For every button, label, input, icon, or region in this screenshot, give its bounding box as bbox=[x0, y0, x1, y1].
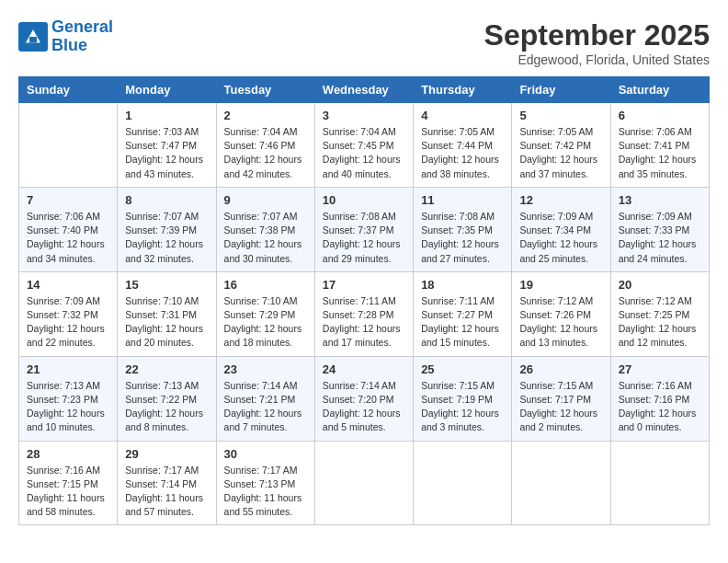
day-number: 14 bbox=[27, 278, 109, 292]
day-info: Sunrise: 7:15 AMSunset: 7:19 PMDaylight:… bbox=[421, 379, 504, 435]
day-cell: 17Sunrise: 7:11 AMSunset: 7:28 PMDayligh… bbox=[314, 271, 413, 356]
logo-text: General Blue bbox=[51, 18, 113, 55]
day-cell: 20Sunrise: 7:12 AMSunset: 7:25 PMDayligh… bbox=[610, 271, 709, 356]
day-cell: 18Sunrise: 7:11 AMSunset: 7:27 PMDayligh… bbox=[414, 271, 512, 356]
day-cell: 13Sunrise: 7:09 AMSunset: 7:33 PMDayligh… bbox=[610, 187, 709, 271]
month-title: September 2025 bbox=[484, 18, 710, 52]
week-row-2: 7Sunrise: 7:06 AMSunset: 7:40 PMDaylight… bbox=[19, 187, 710, 271]
day-number: 3 bbox=[323, 109, 405, 122]
day-cell: 23Sunrise: 7:14 AMSunset: 7:21 PMDayligh… bbox=[216, 356, 314, 441]
week-row-1: 1Sunrise: 7:03 AMSunset: 7:47 PMDaylight… bbox=[19, 103, 710, 188]
day-info: Sunrise: 7:17 AMSunset: 7:13 PMDaylight:… bbox=[224, 464, 307, 520]
day-cell: 4Sunrise: 7:05 AMSunset: 7:44 PMDaylight… bbox=[414, 103, 512, 188]
day-number: 27 bbox=[619, 362, 701, 376]
day-cell: 2Sunrise: 7:04 AMSunset: 7:46 PMDaylight… bbox=[216, 103, 314, 188]
day-cell: 10Sunrise: 7:08 AMSunset: 7:37 PMDayligh… bbox=[314, 187, 413, 271]
day-cell: 28Sunrise: 7:16 AMSunset: 7:15 PMDayligh… bbox=[19, 441, 118, 525]
day-info: Sunrise: 7:12 AMSunset: 7:25 PMDaylight:… bbox=[619, 294, 701, 350]
day-info: Sunrise: 7:05 AMSunset: 7:42 PMDaylight:… bbox=[519, 125, 602, 181]
day-number: 29 bbox=[125, 447, 208, 461]
day-info: Sunrise: 7:07 AMSunset: 7:38 PMDaylight:… bbox=[224, 210, 307, 266]
day-cell: 16Sunrise: 7:10 AMSunset: 7:29 PMDayligh… bbox=[216, 271, 314, 356]
day-cell: 22Sunrise: 7:13 AMSunset: 7:22 PMDayligh… bbox=[118, 356, 216, 441]
day-cell: 14Sunrise: 7:09 AMSunset: 7:32 PMDayligh… bbox=[19, 271, 118, 356]
day-cell: 30Sunrise: 7:17 AMSunset: 7:13 PMDayligh… bbox=[216, 441, 314, 525]
day-cell: 19Sunrise: 7:12 AMSunset: 7:26 PMDayligh… bbox=[512, 271, 610, 356]
day-number: 25 bbox=[421, 362, 504, 376]
day-info: Sunrise: 7:04 AMSunset: 7:45 PMDaylight:… bbox=[323, 125, 405, 181]
day-number: 9 bbox=[224, 193, 307, 207]
day-cell: 26Sunrise: 7:15 AMSunset: 7:17 PMDayligh… bbox=[512, 356, 610, 441]
day-cell: 3Sunrise: 7:04 AMSunset: 7:45 PMDaylight… bbox=[314, 103, 413, 188]
day-info: Sunrise: 7:07 AMSunset: 7:39 PMDaylight:… bbox=[125, 210, 208, 266]
day-info: Sunrise: 7:06 AMSunset: 7:41 PMDaylight:… bbox=[619, 125, 701, 181]
week-row-4: 21Sunrise: 7:13 AMSunset: 7:23 PMDayligh… bbox=[19, 356, 710, 441]
day-number: 26 bbox=[519, 362, 602, 376]
day-info: Sunrise: 7:13 AMSunset: 7:23 PMDaylight:… bbox=[27, 379, 109, 435]
day-info: Sunrise: 7:06 AMSunset: 7:40 PMDaylight:… bbox=[27, 210, 109, 266]
day-number: 19 bbox=[519, 278, 602, 292]
day-number: 10 bbox=[323, 193, 405, 207]
day-number: 11 bbox=[421, 193, 504, 207]
header-cell-tuesday: Tuesday bbox=[216, 77, 314, 103]
day-cell: 12Sunrise: 7:09 AMSunset: 7:34 PMDayligh… bbox=[512, 187, 610, 271]
week-row-3: 14Sunrise: 7:09 AMSunset: 7:32 PMDayligh… bbox=[19, 271, 710, 356]
day-number: 20 bbox=[619, 278, 701, 292]
day-info: Sunrise: 7:09 AMSunset: 7:34 PMDaylight:… bbox=[519, 210, 602, 266]
svg-rect-2 bbox=[29, 37, 37, 42]
header-cell-monday: Monday bbox=[118, 77, 216, 103]
header-cell-thursday: Thursday bbox=[414, 77, 512, 103]
logo: General Blue bbox=[18, 18, 113, 55]
day-cell: 11Sunrise: 7:08 AMSunset: 7:35 PMDayligh… bbox=[414, 187, 512, 271]
day-cell: 29Sunrise: 7:17 AMSunset: 7:14 PMDayligh… bbox=[118, 441, 216, 525]
day-info: Sunrise: 7:03 AMSunset: 7:47 PMDaylight:… bbox=[125, 125, 208, 181]
day-number: 24 bbox=[323, 362, 405, 376]
logo-line1: General bbox=[51, 17, 113, 36]
day-cell bbox=[512, 441, 610, 525]
header-cell-saturday: Saturday bbox=[610, 77, 709, 103]
title-block: September 2025 Edgewood, Florida, United… bbox=[484, 18, 710, 67]
day-info: Sunrise: 7:09 AMSunset: 7:33 PMDaylight:… bbox=[619, 210, 701, 266]
day-info: Sunrise: 7:09 AMSunset: 7:32 PMDaylight:… bbox=[27, 294, 109, 350]
day-number: 30 bbox=[224, 447, 307, 461]
day-number: 17 bbox=[323, 278, 405, 292]
day-info: Sunrise: 7:08 AMSunset: 7:37 PMDaylight:… bbox=[323, 210, 405, 266]
day-info: Sunrise: 7:10 AMSunset: 7:31 PMDaylight:… bbox=[125, 294, 208, 350]
day-number: 21 bbox=[27, 362, 109, 376]
day-info: Sunrise: 7:08 AMSunset: 7:35 PMDaylight:… bbox=[421, 210, 504, 266]
header-cell-wednesday: Wednesday bbox=[314, 77, 413, 103]
day-info: Sunrise: 7:17 AMSunset: 7:14 PMDaylight:… bbox=[125, 464, 208, 520]
day-number: 1 bbox=[125, 109, 208, 122]
page-header: General Blue September 2025 Edgewood, Fl… bbox=[18, 18, 710, 67]
calendar-body: 1Sunrise: 7:03 AMSunset: 7:47 PMDaylight… bbox=[19, 103, 710, 525]
day-number: 28 bbox=[27, 447, 109, 461]
day-info: Sunrise: 7:13 AMSunset: 7:22 PMDaylight:… bbox=[125, 379, 208, 435]
day-cell: 24Sunrise: 7:14 AMSunset: 7:20 PMDayligh… bbox=[314, 356, 413, 441]
day-number: 18 bbox=[421, 278, 504, 292]
day-cell: 25Sunrise: 7:15 AMSunset: 7:19 PMDayligh… bbox=[414, 356, 512, 441]
day-number: 16 bbox=[224, 278, 307, 292]
day-info: Sunrise: 7:05 AMSunset: 7:44 PMDaylight:… bbox=[421, 125, 504, 181]
day-cell bbox=[610, 441, 709, 525]
calendar-table: SundayMondayTuesdayWednesdayThursdayFrid… bbox=[18, 76, 710, 525]
day-cell: 8Sunrise: 7:07 AMSunset: 7:39 PMDaylight… bbox=[118, 187, 216, 271]
week-row-5: 28Sunrise: 7:16 AMSunset: 7:15 PMDayligh… bbox=[19, 441, 710, 525]
day-number: 15 bbox=[125, 278, 208, 292]
calendar-header-row: SundayMondayTuesdayWednesdayThursdayFrid… bbox=[19, 77, 710, 103]
day-cell bbox=[19, 103, 118, 188]
logo-line2: Blue bbox=[51, 36, 87, 54]
day-info: Sunrise: 7:12 AMSunset: 7:26 PMDaylight:… bbox=[519, 294, 602, 350]
day-info: Sunrise: 7:14 AMSunset: 7:21 PMDaylight:… bbox=[224, 379, 307, 435]
day-number: 2 bbox=[224, 109, 307, 122]
day-number: 23 bbox=[224, 362, 307, 376]
day-number: 22 bbox=[125, 362, 208, 376]
day-cell: 9Sunrise: 7:07 AMSunset: 7:38 PMDaylight… bbox=[216, 187, 314, 271]
day-cell bbox=[314, 441, 413, 525]
day-number: 8 bbox=[125, 193, 208, 207]
day-info: Sunrise: 7:16 AMSunset: 7:16 PMDaylight:… bbox=[619, 379, 701, 435]
location: Edgewood, Florida, United States bbox=[484, 52, 710, 67]
day-info: Sunrise: 7:04 AMSunset: 7:46 PMDaylight:… bbox=[224, 125, 307, 181]
day-number: 5 bbox=[519, 109, 602, 122]
day-cell: 15Sunrise: 7:10 AMSunset: 7:31 PMDayligh… bbox=[118, 271, 216, 356]
header-cell-sunday: Sunday bbox=[19, 77, 118, 103]
